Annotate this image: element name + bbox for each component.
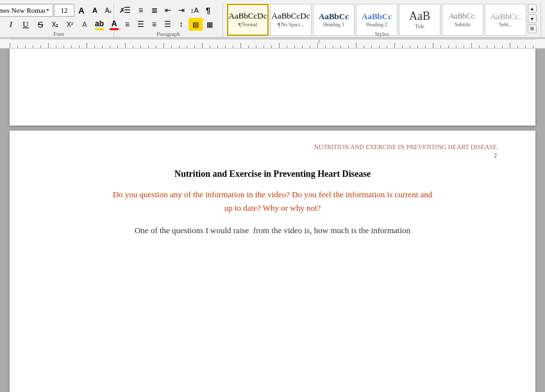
style-more[interactable]: AaBbCc. Subt... [485,4,526,36]
ruler-inner: rulers 5 [10,39,535,48]
style-heading2-preview: AaBbCc [362,12,392,21]
style-heading1[interactable]: AaBbCc Heading 1 [313,4,355,36]
style-subtitle-text: Subtitle [455,22,471,28]
style-title-label: Title [415,24,424,29]
style-no-spacing-preview: AaBbCcDc [272,12,310,20]
font-size-box[interactable]: 12 [54,4,74,17]
page2-question: Do you question any of the information i… [48,188,497,215]
style-normal-preview: AaBbCcDc [229,12,267,20]
text-effects-button[interactable]: A [78,18,92,31]
font-shrink-button[interactable]: A [88,4,101,17]
style-more-label: Subt... [499,22,512,28]
style-heading1-label: Heading 1 [323,22,344,28]
page1 [10,49,535,126]
style-heading2-label: Heading 2 [366,22,387,28]
style-title-preview: AaB [409,10,430,23]
paragraph-group-content: ☰ ≡ ≣ ⇤ ⇥ ↕A ¶ ≡ ☰ ≡ ☰ ↕ ▤ ▦ [121,4,216,31]
style-normal-text: Normal [242,22,257,28]
page2-header: NUTRITION AND EXERCISE IN PREVENTING HEA… [48,143,497,151]
page2-pagenum: 2 [48,152,497,159]
font-name-dropdown-arrow: ▼ [46,8,50,13]
align-left-button[interactable]: ≡ [121,18,134,31]
highlight-underline [95,28,104,30]
highlight-letter: ab [95,19,104,28]
bullets-button[interactable]: ☰ [121,4,134,17]
styles-scroll-arrows: ▲ ▼ ⊞ [528,4,537,33]
style-heading2-text: Heading 2 [366,22,387,28]
ruler-ticks: 5 [10,39,535,48]
style-subtitle-label: Subtitle [455,22,471,28]
justify-button[interactable]: ☰ [162,18,174,31]
style-normal-label: ¶ Normal [239,22,258,28]
italic-button[interactable]: I [4,18,18,31]
decrease-indent-button[interactable]: ⇤ [162,4,174,17]
style-heading1-text: Heading 1 [323,22,344,28]
styles-group: AaBbCcDc ¶ Normal AaBbCcDc ¶ No Spaci... [223,3,541,37]
strikethrough-button[interactable]: S [33,18,47,31]
page2-body: One of the questions I would raise from … [48,224,497,238]
superscript-button[interactable]: X² [63,18,77,31]
style-more-preview: AaBbCc. [490,12,521,21]
borders-button[interactable]: ▦ [203,18,216,31]
style-no-spacing-label: ¶ No Spaci... [278,22,304,28]
page2[interactable]: NUTRITION AND EXERCISE IN PREVENTING HEA… [10,131,535,392]
align-right-button[interactable]: ≡ [148,18,161,31]
paragraph-row2: ≡ ☰ ≡ ☰ ↕ ▤ ▦ [121,18,216,31]
styles-more[interactable]: ⊞ [528,24,537,33]
styles-group-label: Styles [374,31,389,37]
multilevel-list-button[interactable]: ≣ [148,4,161,17]
paragraph-group-label: Paragraph [156,31,180,37]
font-format-row: B I U S X₂ X² A ab A [0,18,128,31]
ruler: rulers 5 [0,38,545,49]
style-title-text: Title [415,24,424,29]
font-name-row: Times New Roman ▼ 12 A A Aₐ ✗ [0,4,128,17]
style-heading1-preview: AaBbCc [319,12,349,21]
line-spacing-button[interactable]: ↕ [175,18,188,31]
style-no-spacing-text: No Spaci... [281,22,304,28]
styles-scroll-down[interactable]: ▼ [528,14,537,23]
font-group-content: Times New Roman ▼ 12 A A Aₐ ✗ B I U S [0,4,128,31]
change-case-button[interactable]: Aₐ [102,4,115,17]
font-group: Times New Roman ▼ 12 A A Aₐ ✗ B I U S [4,3,114,37]
ribbon-row: Times New Roman ▼ 12 A A Aₐ ✗ B I U S [0,0,545,37]
style-normal[interactable]: AaBbCcDc ¶ Normal [227,4,269,36]
paragraph-row1: ☰ ≡ ≣ ⇤ ⇥ ↕A ¶ [121,4,216,17]
page2-title: Nutrition and Exercise in Preventing Hea… [48,169,497,179]
style-more-text: Subt... [499,22,512,28]
para-mark-nospace: ¶ [278,22,280,28]
highlight-color-btn: ab [95,19,104,30]
styles-scroll-up[interactable]: ▲ [528,4,537,13]
doc-area: NUTRITION AND EXERCISE IN PREVENTING HEA… [0,49,545,392]
highlight-button[interactable]: ab [92,18,106,31]
sort-button[interactable]: ↕A [189,4,201,17]
show-hide-button[interactable]: ¶ [202,4,215,17]
style-no-spacing[interactable]: AaBbCcDc ¶ No Spaci... [270,4,312,36]
shading-button[interactable]: ▤ [189,18,203,31]
para-mark-normal: ¶ [239,22,241,28]
style-subtitle-preview: AaBbCc. [449,12,476,20]
font-grow-button[interactable]: A [75,4,88,17]
underline-button[interactable]: U [19,18,33,31]
align-center-button[interactable]: ☰ [135,18,147,31]
font-name-text: Times New Roman [0,6,45,14]
style-subtitle[interactable]: AaBbCc. Subtitle [442,4,483,36]
ribbon: Times New Roman ▼ 12 A A Aₐ ✗ B I U S [0,0,545,38]
font-name-selector[interactable]: Times New Roman ▼ [0,4,53,17]
font-size-text: 12 [61,6,68,14]
subscript-button[interactable]: X₂ [48,18,62,31]
style-title[interactable]: AaB Title [399,4,440,36]
increase-indent-button[interactable]: ⇥ [175,4,188,17]
numbering-button[interactable]: ≡ [135,4,147,17]
bold-button[interactable]: B [0,18,3,31]
font-group-label: Font [53,31,64,37]
paragraph-group: ☰ ≡ ≣ ⇤ ⇥ ↕A ¶ ≡ ☰ ≡ ☰ ↕ ▤ ▦ P [114,3,223,37]
